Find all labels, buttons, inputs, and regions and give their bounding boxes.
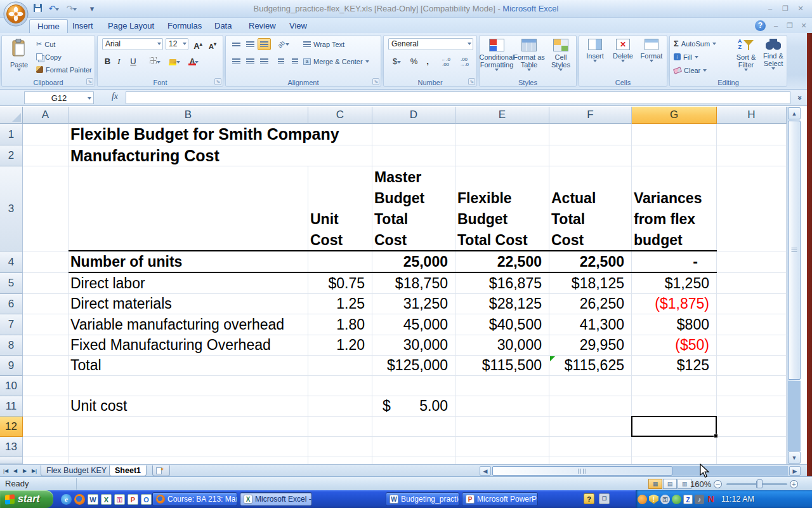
align-bottom-icon[interactable] [258, 38, 271, 50]
restore-button[interactable]: ❐ [779, 4, 792, 13]
format-painter-button[interactable]: Format Painter [36, 64, 92, 76]
row-header-13[interactable]: 13 [0, 437, 23, 457]
tray-novell-icon[interactable]: N [706, 495, 716, 504]
cell-B4[interactable]: Number of units [69, 251, 308, 272]
merge-center-button[interactable]: aMerge & Center [303, 55, 369, 67]
scroll-left-icon[interactable]: ◀ [480, 466, 491, 476]
row-header-7[interactable]: 7 [0, 314, 23, 335]
cell-C6[interactable]: 1.25 [308, 294, 372, 314]
scroll-up-icon[interactable]: ▲ [788, 107, 801, 119]
align-left-icon[interactable] [230, 55, 243, 67]
fill-color-icon[interactable] [166, 55, 183, 67]
number-format-select[interactable]: General [388, 38, 473, 50]
name-box[interactable]: G12 [24, 91, 94, 104]
format-cells-button[interactable]: Format [638, 37, 665, 62]
bold-button[interactable]: B [102, 55, 113, 67]
start-button[interactable]: start [0, 490, 53, 508]
font-family-select[interactable]: Arial [102, 38, 163, 50]
task-microsoft-excel[interactable]: X Microsoft Excel - Bud... [240, 492, 312, 506]
column-header-C[interactable]: C [308, 107, 372, 124]
wrap-text-button[interactable]: Wrap Text [303, 38, 344, 50]
zoom-out-icon[interactable]: – [714, 480, 722, 488]
alignment-dialog-launcher-icon[interactable]: ⇘ [372, 78, 379, 85]
increase-indent-icon[interactable] [288, 55, 301, 67]
row-header-12[interactable]: 12 [0, 417, 23, 437]
find-select-button[interactable]: Find & Select [761, 37, 786, 70]
align-top-icon[interactable] [230, 38, 243, 50]
cell-E5[interactable]: $16,875 [455, 273, 549, 293]
cell-G4[interactable]: - [632, 251, 717, 272]
font-color-icon[interactable]: A [185, 55, 203, 67]
cell-B2[interactable]: Manufacturing Cost [69, 145, 308, 166]
help-icon[interactable]: ? [755, 20, 766, 31]
zoom-slider-marker[interactable] [757, 479, 763, 488]
cell-D8[interactable]: 30,000 [372, 335, 455, 355]
minimize-button[interactable]: – [764, 4, 776, 13]
tray-orange-status-icon[interactable] [638, 495, 647, 504]
underline-button[interactable]: U [125, 55, 141, 67]
column-header-G[interactable]: G [632, 107, 717, 124]
insert-function-icon[interactable]: fx [107, 91, 123, 104]
tray-green-status-icon[interactable] [672, 495, 681, 504]
formula-input[interactable] [126, 91, 790, 104]
page-layout-view-icon[interactable]: ▤ [663, 479, 677, 489]
cell-B5[interactable]: Direct labor [69, 273, 308, 293]
expand-formula-bar-icon[interactable]: » [794, 92, 806, 104]
cell-C3[interactable]: Unit Cost [308, 166, 372, 251]
paste-button[interactable]: Paste [6, 37, 32, 71]
tab-review[interactable]: Review [241, 19, 284, 33]
tab-view[interactable]: View [282, 19, 315, 33]
comma-style-icon[interactable]: , [422, 55, 433, 67]
cell-G6[interactable]: ($1,875) [632, 294, 717, 314]
decrease-decimal-icon[interactable]: .00→.0 [455, 55, 473, 67]
tray-security-shield-icon[interactable]: ! [649, 495, 658, 504]
horizontal-scroll-thumb[interactable] [492, 466, 672, 476]
font-size-select[interactable]: 12 [166, 38, 188, 50]
cut-button[interactable]: ✂Cut [36, 38, 55, 50]
shrink-font-icon[interactable]: A▾ [206, 38, 219, 50]
sort-filter-button[interactable]: AZ Sort & Filter [732, 37, 760, 71]
cell-B1[interactable]: Flexible Budget for Smith Company [69, 124, 344, 145]
row-header-8[interactable]: 8 [0, 335, 23, 356]
excel-icon[interactable]: X [101, 494, 112, 505]
row-header-5[interactable]: 5 [0, 273, 23, 294]
cell-C7[interactable]: 1.80 [308, 314, 372, 335]
horizontal-scroll-track[interactable] [672, 466, 788, 476]
cell-F4[interactable]: 22,500 [549, 251, 632, 272]
font-dialog-launcher-icon[interactable]: ⇘ [214, 78, 221, 85]
cell-C8[interactable]: 1.20 [308, 335, 372, 355]
tray-z-app-icon[interactable]: Z [683, 495, 693, 504]
taskbar-clock[interactable]: 11:12 AM [721, 495, 754, 504]
row-header-2[interactable]: 2 [0, 145, 23, 166]
cell-E6[interactable]: $28,125 [455, 294, 549, 314]
row-header-4[interactable]: 4 [0, 251, 23, 273]
increase-decimal-icon[interactable]: ←.0.00 [437, 55, 454, 67]
cell-G8[interactable]: ($50) [632, 335, 717, 355]
percent-style-icon[interactable]: % [407, 55, 421, 67]
italic-button[interactable]: I [114, 55, 124, 67]
cell-E3[interactable]: Flexible Budget Total Cost [455, 166, 549, 251]
office-button[interactable] [3, 1, 29, 27]
row-header-10[interactable]: 10 [0, 376, 23, 396]
align-center-icon[interactable] [244, 55, 257, 67]
row-header-3[interactable]: 3 [0, 166, 23, 251]
tab-home[interactable]: Home [29, 19, 68, 33]
page-break-view-icon[interactable]: ▥ [678, 479, 691, 489]
delete-cells-button[interactable]: ✕ Delete [610, 37, 636, 62]
tray-audio-icon[interactable]: ♪ [695, 495, 704, 504]
firefox-icon[interactable] [74, 494, 85, 505]
decrease-indent-icon[interactable] [274, 55, 287, 67]
column-header-H[interactable]: H [717, 107, 787, 124]
fill-button[interactable]: ↓Fill [674, 51, 698, 63]
column-header-F[interactable]: F [549, 107, 632, 124]
active-cell-border[interactable] [631, 416, 717, 437]
cell-D11[interactable]: $5.00 [372, 396, 455, 416]
cell-C5[interactable]: $0.75 [308, 273, 372, 293]
grow-font-icon[interactable]: A▴ [191, 38, 205, 50]
row-header-9[interactable]: 9 [0, 356, 23, 376]
cell-B6[interactable]: Direct materials [69, 294, 308, 314]
access-icon[interactable]: ⚿ [114, 494, 125, 505]
hidden-icons-icon[interactable]: ❐▴ [599, 493, 610, 504]
tab-page-layout[interactable]: Page Layout [100, 19, 162, 33]
vertical-scroll-track[interactable] [788, 381, 801, 451]
